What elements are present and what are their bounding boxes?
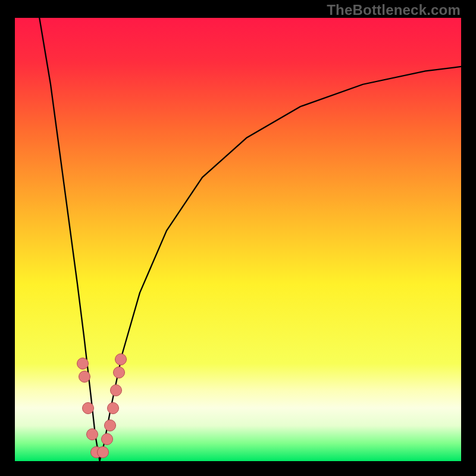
data-marker xyxy=(110,384,122,396)
data-marker xyxy=(115,353,127,365)
data-marker xyxy=(82,402,94,414)
watermark-text: TheBottleneck.com xyxy=(327,2,461,18)
data-marker xyxy=(79,371,90,383)
data-marker xyxy=(101,433,113,445)
data-marker xyxy=(104,419,116,431)
data-marker xyxy=(77,358,89,369)
plot-area xyxy=(15,18,461,461)
data-marker xyxy=(107,402,119,414)
data-marker xyxy=(86,428,98,440)
data-marker xyxy=(113,367,125,378)
marker-layer xyxy=(15,18,461,461)
data-marker xyxy=(97,446,109,458)
